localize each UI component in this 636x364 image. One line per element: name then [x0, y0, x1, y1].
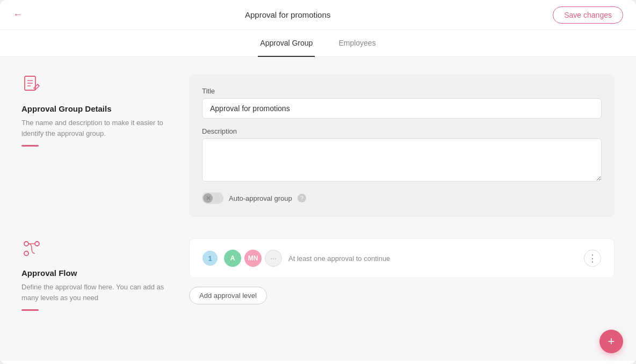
flow-subtitle: At least one approval to continue	[288, 254, 390, 263]
header: ← Approval for promotions Save changes	[0, 0, 636, 30]
tab-employees[interactable]: Employees	[336, 30, 378, 57]
back-button[interactable]: ←	[13, 9, 23, 20]
content: Approval Group Details The name and desc…	[0, 57, 636, 361]
section-right-details: Title Description ✕ Auto-approval	[189, 74, 615, 217]
flow-icon	[21, 238, 43, 260]
title-field-group: Title	[202, 87, 602, 119]
tabs: Approval Group Employees	[0, 30, 636, 57]
svg-point-7	[24, 251, 28, 256]
description-textarea[interactable]	[202, 139, 602, 181]
avatar-mn: MN	[244, 250, 262, 267]
avatar-more[interactable]: ···	[265, 250, 282, 267]
flow-section-title: Approval Flow	[21, 268, 172, 278]
approval-flow-section: Approval Flow Define the approval flow h…	[21, 238, 615, 311]
save-button[interactable]: Save changes	[553, 6, 623, 24]
flow-section-desc: Define the approval flow here. You can a…	[21, 282, 172, 303]
section-divider	[21, 145, 39, 147]
page-title: Approval for promotions	[245, 10, 330, 19]
document-edit-icon	[21, 74, 43, 96]
section-left-flow: Approval Flow Define the approval flow h…	[21, 238, 172, 311]
level-badge: 1	[203, 251, 218, 266]
title-label: Title	[202, 87, 602, 95]
svg-point-6	[35, 242, 39, 246]
form-card: Title Description ✕ Auto-approval	[189, 74, 615, 217]
description-label: Description	[202, 127, 602, 135]
svg-point-5	[24, 242, 28, 246]
flow-card-left: 1 A MN ··· At least one approval to cont…	[203, 250, 390, 267]
more-options-button[interactable]: ⋮	[584, 250, 601, 267]
toggle-row: ✕ Auto-approval group ?	[202, 192, 602, 204]
section-left-details: Approval Group Details The name and desc…	[21, 74, 172, 217]
toggle-label: Auto-approval group	[229, 194, 292, 202]
add-approval-button[interactable]: Add approval level	[189, 287, 267, 304]
details-section-title: Approval Group Details	[21, 104, 172, 113]
approval-group-section: Approval Group Details The name and desc…	[21, 74, 615, 217]
title-input[interactable]	[202, 98, 602, 119]
flow-section-divider	[21, 309, 39, 311]
svg-line-4	[38, 84, 39, 86]
avatars-row: A MN ···	[224, 250, 282, 267]
tab-approval-group[interactable]: Approval Group	[258, 30, 315, 57]
fab-button[interactable]: +	[599, 330, 623, 353]
flow-card: 1 A MN ··· At least one approval to cont…	[189, 238, 615, 278]
details-section-desc: The name and description to make it easi…	[21, 118, 172, 139]
auto-approval-toggle[interactable]: ✕	[202, 192, 223, 204]
description-field-group: Description	[202, 127, 602, 184]
avatar-a: A	[224, 250, 241, 267]
help-icon[interactable]: ?	[298, 194, 306, 202]
section-right-flow: 1 A MN ··· At least one approval to cont…	[189, 238, 615, 311]
flow-subtitle-area: At least one approval to continue	[288, 254, 390, 263]
toggle-knob: ✕	[203, 193, 213, 203]
